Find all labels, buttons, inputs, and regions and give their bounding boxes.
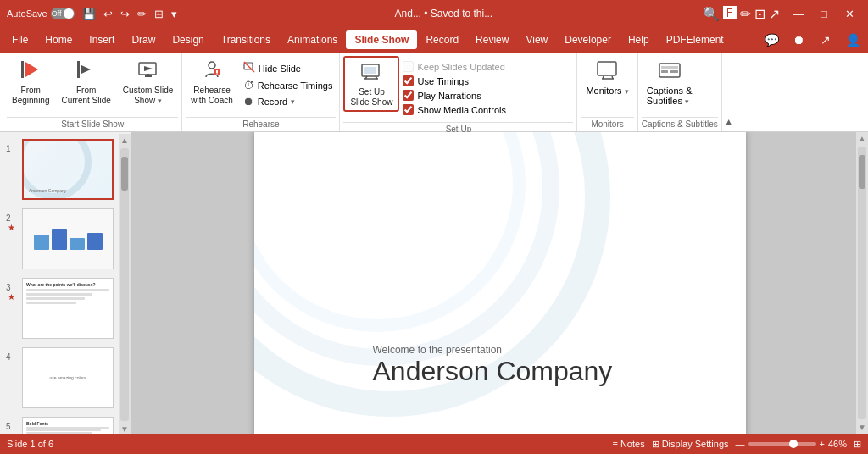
use-timings-input[interactable]: [403, 75, 414, 86]
menu-file[interactable]: File: [3, 30, 36, 49]
slide-img-3: What are the points we'll discuss?: [22, 278, 114, 339]
record-icon[interactable]: ⏺: [787, 30, 810, 50]
menu-draw[interactable]: Draw: [123, 30, 164, 49]
pen2-icon[interactable]: ✏: [740, 6, 751, 22]
slide-thumb-2[interactable]: 2 ★: [0, 203, 119, 273]
pen-btn[interactable]: ✏: [135, 6, 149, 22]
canvas-scroll-track[interactable]: [858, 147, 866, 419]
slide-img-4: use amazing colors: [22, 347, 114, 408]
ribbon-collapse-btn[interactable]: ▲: [722, 53, 736, 131]
menu-transitions[interactable]: Transitions: [213, 30, 279, 49]
monitors-btn[interactable]: Monitors ▾: [581, 56, 633, 98]
slide-thumb-5[interactable]: 5 Bold Fonts: [0, 412, 119, 434]
svg-marker-5: [144, 66, 153, 71]
play-narrations-input[interactable]: [403, 90, 414, 101]
quick-dropdown[interactable]: ▾: [169, 6, 180, 22]
slide-num-5: 5: [6, 417, 16, 431]
menu-view[interactable]: View: [517, 30, 556, 49]
hide-slide-btn[interactable]: Hide Slide: [240, 59, 337, 77]
canvas-scroll-up[interactable]: ▲: [856, 132, 868, 145]
collapse-icon: ▲: [724, 116, 734, 128]
slide-panel: 1 Anderson Company 2 ★: [0, 132, 131, 434]
share-icon[interactable]: ↗: [769, 6, 780, 22]
maximize-btn[interactable]: □: [812, 3, 836, 24]
from-beginning-btn[interactable]: FromBeginning: [7, 56, 54, 108]
slide-panel-scrollbar[interactable]: ▲ ▼: [119, 134, 131, 434]
rehearse-coach-btn[interactable]: Rehearsewith Coach: [186, 56, 237, 108]
minimize-btn[interactable]: —: [787, 3, 810, 24]
captions-btn[interactable]: Captions &Subtitles ▾: [642, 56, 698, 108]
close-btn[interactable]: ✕: [837, 3, 861, 24]
rehearse-timings-btn[interactable]: ⏱ Rehearse Timings: [240, 77, 337, 93]
record-btn[interactable]: ⏺ Record ▾: [240, 93, 337, 109]
zoom-thumb[interactable]: [789, 440, 798, 448]
zoom-plus-btn[interactable]: +: [820, 439, 825, 449]
start-slideshow-content: FromBeginning FromCurrent Slide: [7, 56, 178, 115]
from-current-btn[interactable]: FromCurrent Slide: [56, 56, 115, 108]
autosave-toggle[interactable]: Off: [51, 8, 75, 19]
slide-thumb-1[interactable]: 1 Anderson Company: [0, 134, 119, 203]
share-menu-icon[interactable]: ↗: [814, 30, 837, 50]
canvas-scroll-thumb[interactable]: [859, 155, 865, 189]
display-settings-btn[interactable]: ⊞ Display Settings: [652, 439, 729, 450]
slide-img-2: [22, 208, 114, 269]
title-bar: AutoSave Off 💾 ↩ ↪ ✏ ⊞ ▾ And... • Saved …: [0, 0, 868, 27]
comment-icon[interactable]: 💬: [760, 30, 783, 50]
canvas-scroll-down[interactable]: ▼: [856, 421, 868, 434]
save-btn[interactable]: 💾: [80, 6, 98, 22]
ribbon-group-rehearse: Rehearsewith Coach Hide Slide ⏱ Rehearse…: [182, 53, 340, 131]
svg-marker-3: [81, 65, 91, 74]
fit-page-icon[interactable]: ⊞: [854, 439, 861, 450]
menu-slideshow[interactable]: Slide Show: [346, 30, 417, 49]
svg-rect-26: [661, 66, 678, 69]
ribbon-group-start-slideshow: FromBeginning FromCurrent Slide: [3, 53, 182, 131]
slide-subtitle: Welcome to the presentation: [373, 344, 627, 356]
show-media-controls-input[interactable]: [403, 104, 414, 115]
scroll-thumb[interactable]: [121, 157, 128, 191]
monitors-icon: [596, 58, 620, 84]
keep-slides-updated-check[interactable]: Keep Slides Updated: [403, 61, 506, 72]
set-up-slide-show-btn[interactable]: Set UpSlide Show: [343, 56, 399, 112]
status-right: ≡ Notes ⊞ Display Settings — + 46% ⊞: [612, 439, 861, 450]
menu-help[interactable]: Help: [620, 30, 658, 49]
scroll-down-arrow[interactable]: ▼: [119, 423, 131, 434]
svg-rect-18: [364, 67, 376, 74]
redo-btn[interactable]: ↪: [118, 6, 132, 22]
menu-animations[interactable]: Animations: [279, 30, 346, 49]
slide-thumb-3[interactable]: 3 ★ What are the points we'll discuss?: [0, 273, 119, 342]
zoom-slider[interactable]: [748, 442, 816, 446]
scroll-up-arrow[interactable]: ▲: [119, 134, 131, 147]
present-icon[interactable]: ⊡: [754, 6, 765, 22]
from-current-icon: [75, 58, 97, 84]
scroll-track[interactable]: [120, 148, 129, 421]
autosave-label: AutoSave: [7, 8, 47, 19]
start-slideshow-label: Start Slide Show: [7, 117, 178, 131]
svg-rect-7: [147, 74, 149, 75]
zoom-minus-btn[interactable]: —: [736, 439, 745, 449]
menu-insert[interactable]: Insert: [81, 30, 123, 49]
menu-review[interactable]: Review: [467, 30, 517, 49]
captions-group-label: Captions & Subtitles: [642, 117, 718, 131]
custom-slide-show-btn[interactable]: Custom SlideShow ▾: [118, 56, 178, 108]
slide-canvas: Welcome to the presentation Anderson Com…: [254, 132, 746, 434]
canvas-scrollbar[interactable]: ▲ ▼: [856, 132, 868, 434]
more-btn[interactable]: ⊞: [152, 6, 166, 22]
notes-btn[interactable]: ≡ Notes: [612, 439, 644, 449]
menu-record[interactable]: Record: [417, 30, 467, 49]
play-narrations-check[interactable]: Play Narrations: [403, 90, 506, 101]
ribbon-group-setup: Set UpSlide Show Keep Slides Updated Use…: [340, 53, 577, 131]
menu-home[interactable]: Home: [36, 30, 81, 49]
show-media-controls-check[interactable]: Show Media Controls: [403, 104, 506, 115]
menu-developer[interactable]: Developer: [556, 30, 620, 49]
slide-thumb-4[interactable]: 4 use amazing colors: [0, 342, 119, 412]
svg-point-8: [209, 62, 215, 69]
search-icon[interactable]: 🔍: [703, 6, 720, 22]
menu-design[interactable]: Design: [164, 30, 212, 49]
hide-slide-icon: [243, 61, 255, 75]
menu-pdfelement[interactable]: PDFElement: [658, 30, 732, 49]
ribbon-group-monitors: Monitors ▾ Monitors: [577, 53, 637, 131]
keep-slides-updated-input[interactable]: [403, 61, 414, 72]
use-timings-check[interactable]: Use Timings: [403, 75, 506, 86]
undo-btn[interactable]: ↩: [101, 6, 115, 22]
profile-icon[interactable]: 👤: [841, 30, 865, 50]
